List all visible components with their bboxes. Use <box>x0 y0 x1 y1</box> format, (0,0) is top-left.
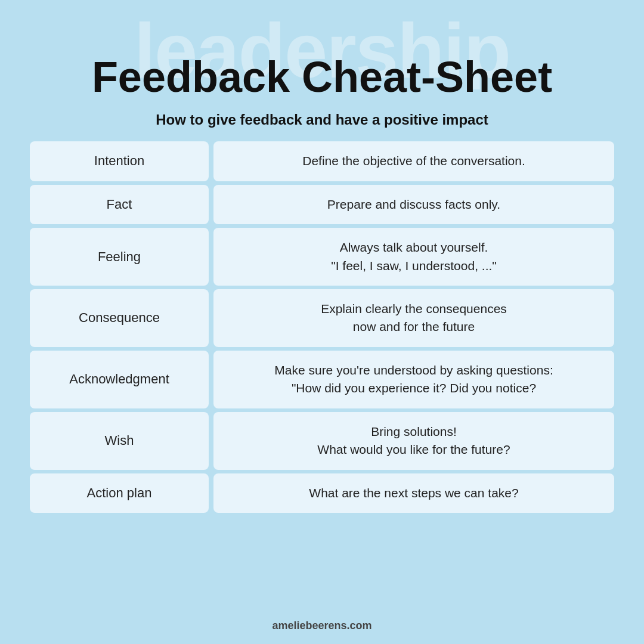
page-title: Feedback Cheat-Sheet <box>92 54 552 101</box>
row-description: Explain clearly the consequences now and… <box>213 289 614 347</box>
row-label: Fact <box>30 185 209 224</box>
table-row: AcknowledgmentMake sure you're understoo… <box>30 351 614 408</box>
row-description: Define the objective of the conversation… <box>213 141 614 181</box>
row-label: Consequence <box>30 289 209 347</box>
row-description: What are the next steps we can take? <box>213 473 614 513</box>
row-label: Feeling <box>30 228 209 286</box>
row-label: Action plan <box>30 473 209 513</box>
subtitle: How to give feedback and have a positive… <box>156 112 488 128</box>
table-row: WishBring solutions! What would you like… <box>30 412 614 470</box>
row-label: Acknowledgment <box>30 351 209 408</box>
rows-container: IntentionDefine the objective of the con… <box>30 141 614 516</box>
table-row: FactPrepare and discuss facts only. <box>30 185 614 224</box>
table-row: FeelingAlways talk about yourself. "I fe… <box>30 228 614 286</box>
row-description: Make sure you're understood by asking qu… <box>213 351 614 408</box>
row-label: Wish <box>30 412 209 470</box>
table-row: IntentionDefine the objective of the con… <box>30 141 614 181</box>
table-row: ConsequenceExplain clearly the consequen… <box>30 289 614 347</box>
footer-credit: ameliebeerens.com <box>272 614 371 632</box>
main-container: leadership Feedback Cheat-Sheet How to g… <box>0 0 644 644</box>
row-label: Intention <box>30 141 209 181</box>
row-description: Prepare and discuss facts only. <box>213 185 614 224</box>
table-row: Action planWhat are the next steps we ca… <box>30 473 614 513</box>
row-description: Always talk about yourself. "I feel, I s… <box>213 228 614 286</box>
row-description: Bring solutions! What would you like for… <box>213 412 614 470</box>
